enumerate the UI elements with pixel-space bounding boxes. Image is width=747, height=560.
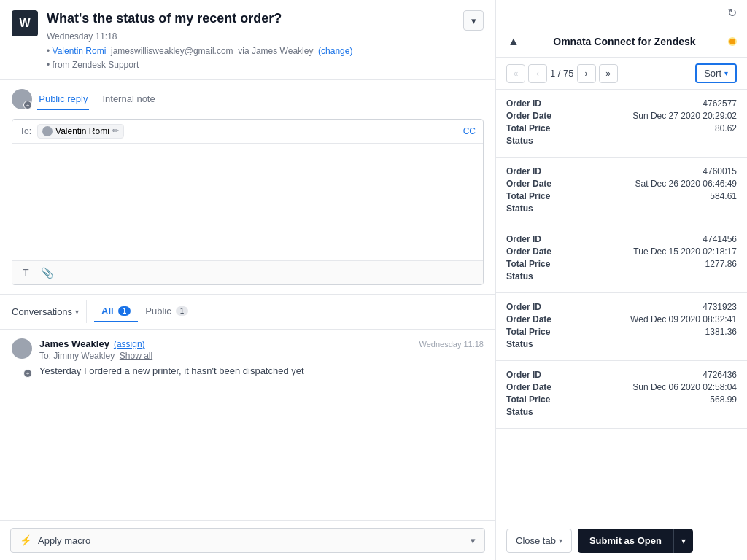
order-id-row-0: Order ID 4762577 xyxy=(506,98,737,109)
submit-group: Submit as Open ▾ xyxy=(578,529,693,553)
tab-public[interactable]: Public 1 xyxy=(138,301,196,322)
order-status-row-2: Status xyxy=(506,271,737,281)
order-price-row-2: Total Price 1277.86 xyxy=(506,259,737,269)
message-content: James Weakley (assign) Wednesday 11:18 T… xyxy=(39,338,484,378)
refresh-button[interactable]: ↻ xyxy=(727,6,737,20)
order-date-row-0: Order Date Sun Dec 27 2020 20:29:02 xyxy=(506,111,737,121)
cc-link[interactable]: CC xyxy=(463,126,476,136)
edit-recipient-icon[interactable]: ✏ xyxy=(112,126,119,136)
text-format-button[interactable]: T xyxy=(20,265,32,280)
left-panel: W What's the status of my recent order? … xyxy=(0,0,496,560)
tab-public-badge: 1 xyxy=(176,306,189,316)
macro-chevron-icon: ▾ xyxy=(471,535,476,546)
macro-icon: ⚡ xyxy=(20,534,32,546)
order-price-label-0: Total Price xyxy=(506,123,550,133)
orders-list: Order ID 4762577 Order Date Sun Dec 27 2… xyxy=(496,90,747,521)
order-id-value-4: 4726436 xyxy=(703,370,737,380)
recipient-chip[interactable]: Valentin Romi ✏ xyxy=(37,124,124,139)
tab-public-label: Public xyxy=(145,306,171,316)
apply-macro-label: Apply macro xyxy=(38,535,90,546)
order-price-label-4: Total Price xyxy=(506,394,550,405)
change-link[interactable]: (change) xyxy=(318,46,352,56)
order-id-label-4: Order ID xyxy=(506,370,541,380)
ticket-collapse-button[interactable]: ▾ xyxy=(463,10,484,31)
apply-macro-button[interactable]: ⚡ Apply macro ▾ xyxy=(10,528,485,553)
order-date-value-4: Sun Dec 06 2020 02:58:04 xyxy=(632,382,737,392)
first-page-button[interactable]: « xyxy=(506,64,525,83)
pagination-row: « ‹ 1 / 75 › » Sort ▾ xyxy=(496,58,747,90)
order-date-row-4: Order Date Sun Dec 06 2020 02:58:04 xyxy=(506,382,737,392)
close-tab-button[interactable]: Close tab ▾ xyxy=(506,529,572,553)
order-id-label-0: Order ID xyxy=(506,98,541,109)
order-price-value-2: 1277.86 xyxy=(705,259,737,269)
order-card-4: Order ID 4726436 Order Date Sun Dec 06 2… xyxy=(496,361,747,429)
submit-status: Open xyxy=(638,535,662,546)
attach-button[interactable]: 📎 xyxy=(38,265,56,280)
order-id-label-3: Order ID xyxy=(506,302,541,312)
order-id-value-3: 4731923 xyxy=(703,302,737,312)
order-id-row-3: Order ID 4731923 xyxy=(506,302,737,312)
right-top-row: ↻ xyxy=(496,0,747,26)
sort-label: Sort xyxy=(704,68,721,79)
order-date-label-3: Order Date xyxy=(506,314,551,324)
close-tab-label: Close tab xyxy=(516,535,556,546)
compose-body[interactable] xyxy=(12,144,483,260)
message-body: Yesterday I ordered a new printer, it ha… xyxy=(39,364,484,378)
submit-button[interactable]: Submit as Open xyxy=(578,529,673,553)
order-status-label-2: Status xyxy=(506,271,533,281)
order-price-row-3: Total Price 1381.36 xyxy=(506,327,737,337)
order-date-label-2: Order Date xyxy=(506,246,551,257)
order-price-value-1: 584.61 xyxy=(710,191,737,201)
prev-page-button[interactable]: ‹ xyxy=(528,64,547,83)
order-date-value-0: Sun Dec 27 2020 20:29:02 xyxy=(632,111,737,121)
order-date-value-3: Wed Dec 09 2020 08:32:41 xyxy=(630,314,737,324)
conversations-section[interactable]: Conversations ▾ xyxy=(12,300,87,323)
order-status-label-1: Status xyxy=(506,203,533,214)
order-status-row-3: Status xyxy=(506,339,737,349)
tab-all[interactable]: All 1 xyxy=(94,301,138,322)
last-page-button[interactable]: » xyxy=(599,64,618,83)
compose-to-row: To: Valentin Romi ✏ CC xyxy=(12,120,483,144)
message-avatar-plus: + xyxy=(23,369,32,378)
reply-avatar-wrap: + xyxy=(12,89,32,109)
right-panel-title: Omnata Connect for Zendesk xyxy=(553,36,695,47)
order-date-row-1: Order Date Sat Dec 26 2020 06:46:49 xyxy=(506,179,737,189)
compose-box: To: Valentin Romi ✏ CC T 📎 xyxy=(12,119,484,285)
pagination-buttons: « ‹ 1 / 75 › » xyxy=(506,64,618,83)
ticket-header: W What's the status of my recent order? … xyxy=(0,0,495,80)
conversations-chevron-icon: ▾ xyxy=(75,308,79,316)
message-avatar xyxy=(12,338,32,359)
order-id-label-2: Order ID xyxy=(506,234,541,244)
from-name-link[interactable]: Valentin Romi xyxy=(53,46,107,56)
right-header: ▲ Omnata Connect for Zendesk xyxy=(496,26,747,58)
order-card-2: Order ID 4741456 Order Date Tue Dec 15 2… xyxy=(496,225,747,293)
message-assign-link[interactable]: (assign) xyxy=(114,339,145,349)
order-price-value-3: 1381.36 xyxy=(705,327,737,337)
order-id-row-1: Order ID 4760015 xyxy=(506,166,737,176)
tab-public-reply[interactable]: Public reply xyxy=(37,89,89,110)
message-list: + James Weakley (assign) Wednesday 11:18… xyxy=(0,330,495,520)
to-label: To: xyxy=(20,126,31,136)
message-author: James Weakley xyxy=(39,338,109,349)
right-panel: ↻ ▲ Omnata Connect for Zendesk « ‹ 1 / 7… xyxy=(496,0,747,560)
message-avatar-wrap: + xyxy=(12,338,32,378)
order-date-label-1: Order Date xyxy=(506,179,551,189)
order-price-row-0: Total Price 80.62 xyxy=(506,123,737,133)
order-price-value-0: 80.62 xyxy=(715,123,737,133)
next-page-button[interactable]: › xyxy=(577,64,596,83)
order-card-3: Order ID 4731923 Order Date Wed Dec 09 2… xyxy=(496,293,747,361)
order-date-label-4: Order Date xyxy=(506,382,551,392)
tab-all-badge: 1 xyxy=(118,306,131,316)
sort-button[interactable]: Sort ▾ xyxy=(695,63,737,83)
conversations-bar: Conversations ▾ All 1 Public 1 xyxy=(0,295,495,330)
submit-label: Submit as xyxy=(589,535,638,546)
order-price-label-1: Total Price xyxy=(506,191,550,201)
tab-internal-note[interactable]: Internal note xyxy=(101,89,156,110)
message-to: To: Jimmy Weakley Show all xyxy=(39,351,484,361)
show-all-link[interactable]: Show all xyxy=(120,351,152,361)
ticket-avatar: W xyxy=(12,10,38,36)
close-tab-chevron-icon: ▾ xyxy=(559,537,562,545)
sort-chevron-icon: ▾ xyxy=(724,69,728,77)
collapse-panel-button[interactable]: ▲ xyxy=(506,34,521,50)
submit-dropdown-button[interactable]: ▾ xyxy=(673,529,693,553)
